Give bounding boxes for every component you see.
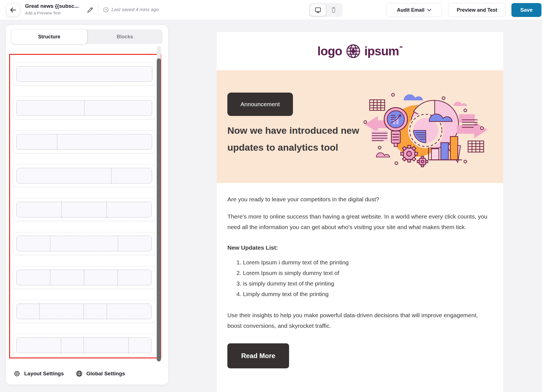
last-saved-text: Last saved 4 mins ago [111, 7, 159, 13]
structure-option-7[interactable] [13, 266, 156, 289]
paragraph-closing[interactable]: Use their insights to help you make powe… [227, 310, 493, 331]
logo-word-right-text: ipsum [364, 44, 399, 58]
structure-column [16, 202, 62, 217]
announcement-badge[interactable]: Announcement [227, 93, 293, 116]
preview-and-test-button[interactable]: Preview and Test [448, 3, 506, 17]
structure-options-list [9, 54, 161, 358]
global-settings-button[interactable]: Global Settings [76, 370, 125, 377]
structure-option-4[interactable] [13, 164, 156, 187]
updates-list[interactable]: Lorem Ipsum i dummy text of the printing… [227, 257, 493, 299]
structure-column [50, 236, 118, 251]
structure-column [16, 236, 50, 251]
structure-option-columns [16, 236, 152, 251]
structure-column [84, 338, 128, 353]
structure-option-6[interactable] [13, 232, 156, 255]
back-button[interactable] [7, 4, 19, 16]
email-body[interactable]: Are you ready to leave your competitors … [217, 183, 503, 368]
layout-settings-label: Layout Settings [24, 371, 64, 377]
updates-list-item[interactable]: Lorem Ipsum is simply dummy text of [243, 268, 493, 278]
list-title[interactable]: New Updates List: [227, 242, 493, 253]
structure-column [118, 270, 151, 285]
structure-option-1[interactable] [13, 63, 156, 85]
structure-option-5[interactable] [13, 198, 156, 221]
structure-option-columns [16, 100, 152, 116]
paragraph-detail[interactable]: There's more to online success than havi… [227, 211, 493, 232]
structure-column [16, 66, 152, 82]
updates-list-item[interactable]: is simply dummy text of the printing [243, 278, 493, 289]
structure-column [84, 270, 118, 285]
structure-column [16, 168, 111, 183]
preview-text-link[interactable]: Add a Preview Text [25, 10, 79, 16]
gear-icon [13, 370, 21, 377]
structure-column [84, 304, 107, 319]
header-divider [98, 4, 98, 16]
save-button[interactable]: Save [511, 3, 541, 17]
updates-list-item[interactable]: Lorem Ipsum i dummy text of the printing [243, 257, 493, 268]
chevron-down-icon [427, 9, 431, 11]
left-panel: Structure Blocks Layout Settings Global … [6, 25, 168, 384]
structure-option-columns [16, 134, 152, 150]
structure-column [16, 270, 50, 285]
autosave-status: Last saved 4 mins ago [103, 7, 159, 13]
structure-option-9[interactable] [13, 334, 156, 357]
paragraph-intro[interactable]: Are you ready to leave your competitors … [227, 194, 493, 205]
structure-option-columns [16, 270, 152, 285]
mobile-view-button[interactable] [326, 4, 341, 16]
logo-globe-icon [346, 44, 361, 59]
structure-option-8[interactable] [13, 300, 156, 323]
audit-email-button[interactable]: Audit Email [386, 3, 442, 17]
back-arrow-icon [9, 6, 17, 14]
structure-column [16, 304, 39, 319]
document-title: Great news {{subsc... [25, 3, 79, 9]
save-label: Save [520, 7, 533, 13]
email-logo-block[interactable]: logo ipsum [217, 32, 503, 70]
top-toolbar: Great news {{subsc... Add a Preview Text… [0, 0, 542, 20]
edit-title-icon[interactable] [87, 7, 93, 13]
structure-column [61, 202, 107, 217]
read-more-button[interactable]: Read More [227, 343, 289, 368]
structure-column [107, 304, 151, 319]
analytics-illustration [362, 89, 493, 171]
updates-list-item[interactable]: Limply dummy text of the printing [243, 289, 493, 299]
structure-column [39, 304, 84, 319]
clock-icon [103, 7, 109, 13]
structure-option-columns [16, 66, 152, 82]
structure-column [50, 270, 84, 285]
mobile-icon [330, 7, 337, 13]
globe-icon [76, 370, 83, 377]
structure-column [57, 134, 152, 150]
desktop-view-button[interactable] [310, 4, 326, 16]
structure-option-columns [16, 304, 152, 319]
structure-column [118, 236, 152, 251]
document-title-block: Great news {{subsc... Add a Preview Text [25, 3, 79, 16]
structure-column [16, 100, 84, 116]
device-preview-toggle [309, 3, 342, 17]
logo-word-left: logo [317, 44, 342, 58]
structure-option-columns [16, 168, 152, 183]
structure-column [111, 168, 152, 183]
hero-heading[interactable]: Now we have introduced new updates to an… [227, 122, 366, 156]
desktop-icon [314, 6, 322, 14]
structure-column [16, 338, 61, 353]
editor-main-area: Structure Blocks Layout Settings Global … [0, 20, 542, 392]
structure-option-2[interactable] [13, 96, 156, 119]
panel-tabs: Structure Blocks [11, 29, 163, 44]
email-canvas[interactable]: logo ipsum Announcement Now we have intr… [217, 32, 503, 392]
audit-email-label: Audit Email [397, 7, 424, 13]
preview-and-test-label: Preview and Test [457, 7, 497, 13]
structure-option-columns [16, 202, 152, 217]
tab-structure[interactable]: Structure [11, 29, 87, 44]
sidebar-scrollbar-thumb[interactable] [157, 58, 161, 361]
hero-section[interactable]: Announcement Now we have introduced new … [217, 70, 503, 183]
structure-column [16, 134, 57, 150]
logo-trademark-mark [400, 46, 402, 48]
structure-column [106, 202, 152, 217]
logo-word-right: ipsum [364, 44, 403, 58]
structure-option-3[interactable] [13, 130, 156, 153]
panel-footer: Layout Settings Global Settings [13, 370, 125, 377]
tab-blocks[interactable]: Blocks [87, 29, 163, 44]
structure-column [128, 338, 151, 353]
structure-column [61, 338, 84, 353]
layout-settings-button[interactable]: Layout Settings [13, 370, 64, 377]
global-settings-label: Global Settings [86, 371, 125, 377]
